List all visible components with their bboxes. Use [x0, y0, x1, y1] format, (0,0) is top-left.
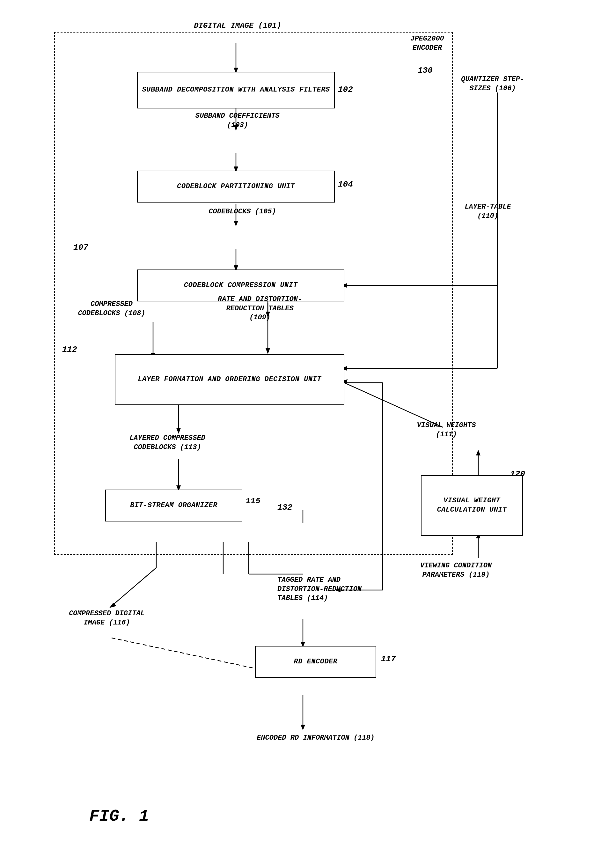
compressed-codeblocks-label: COMPRESSED CODEBLOCKS (108) — [69, 300, 154, 318]
ref-132: 132 — [277, 502, 292, 513]
rate-distortion-label: RATE AND DISTORTION-REDUCTION TABLES (10… — [214, 295, 306, 322]
viewing-condition-label: VIEWING CONDITION PARAMETERS (119) — [411, 562, 500, 580]
ref-104: 104 — [338, 179, 353, 190]
codeblocks-label: CODEBLOCKS (105) — [198, 207, 287, 217]
digital-image-label: DIGITAL IMAGE (101) — [185, 21, 290, 31]
layer-formation-box: LAYER FORMATION AND ORDERING DECISION UN… — [115, 354, 344, 405]
svg-marker-29 — [110, 603, 116, 608]
svg-line-28 — [111, 568, 156, 606]
rd-encoder-box: RD ENCODER — [255, 646, 376, 678]
layer-table-label: LAYER-TABLE (110) — [453, 203, 523, 221]
codeblock-part-box: CODEBLOCK PARTITIONING UNIT — [137, 171, 335, 203]
jpeg2000-encoder-label: JPEG2000 ENCODER — [398, 34, 456, 53]
subband-coeffs-label: SUBBAND COEFFICIENTS (103) — [188, 111, 287, 130]
visual-weights-label: VISUAL WEIGHTS (111) — [411, 421, 482, 439]
diagram: JPEG2000 ENCODER 130 DIGITAL IMAGE (101)… — [0, 0, 616, 857]
svg-line-35 — [111, 638, 261, 670]
subband-decomp-box: SUBBAND DECOMPOSITION WITH ANALYSIS FILT… — [137, 72, 335, 108]
tagged-rate-label: TAGGED RATE AND DISTORTION-REDUCTION TAB… — [277, 576, 367, 603]
ref-107: 107 — [73, 242, 88, 253]
ref-112: 112 — [62, 345, 77, 355]
ref-102: 102 — [338, 85, 353, 95]
encoded-rd-label: ENCODED RD INFORMATION (118) — [255, 733, 376, 743]
svg-marker-34 — [301, 725, 305, 730]
layered-compressed-label: LAYERED COMPRESSED CODEBLOCKS (113) — [118, 434, 217, 452]
visual-weight-calc-box: VISUAL WEIGHT CALCULATION UNIT — [421, 475, 523, 536]
ref-130: 130 — [418, 65, 433, 76]
figure-label: FIG. 1 — [89, 807, 149, 826]
ref-115: 115 — [245, 496, 261, 507]
ref-117: 117 — [381, 654, 396, 665]
compressed-digital-label: COMPRESSED DIGITAL IMAGE (116) — [59, 609, 154, 627]
quantizer-step-label: QUANTIZER STEP-SIZES (106) — [453, 75, 533, 93]
svg-marker-38 — [476, 450, 480, 455]
bit-stream-box: BIT-STREAM ORGANIZER — [105, 490, 242, 521]
